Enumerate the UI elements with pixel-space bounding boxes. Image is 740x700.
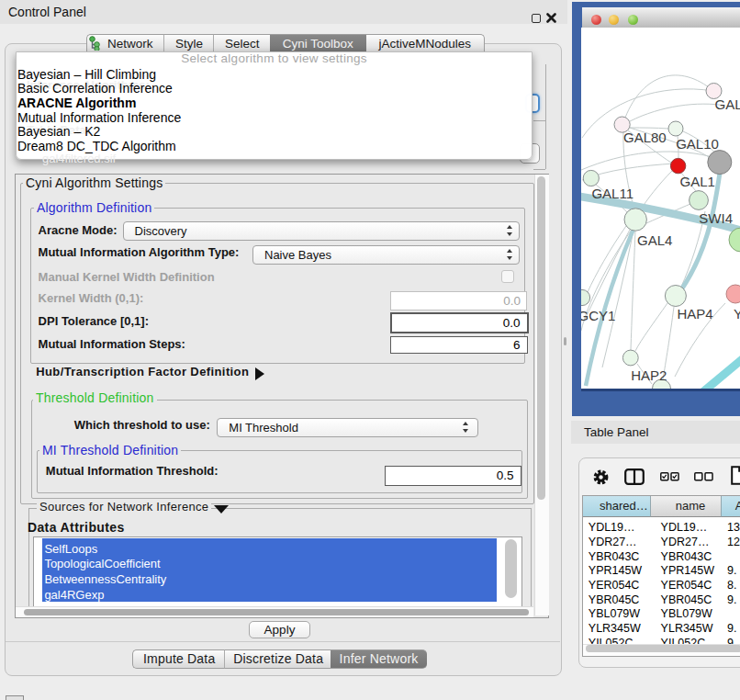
svg-text:GAL1: GAL1 [680,174,715,189]
svg-text:SWI4: SWI4 [699,210,733,226]
svg-text:GCY1: GCY1 [581,308,615,323]
svg-text:GAL10: GAL10 [676,136,719,152]
svg-text:Y: Y [734,306,740,322]
svg-text:GAL4: GAL4 [637,232,672,248]
svg-text:GAL80: GAL80 [623,130,667,145]
svg-text:GAL11: GAL11 [591,186,633,201]
svg-text:GAL7: GAL7 [715,96,740,112]
svg-text:HAP2: HAP2 [631,367,667,383]
svg-text:HAP4: HAP4 [677,306,712,322]
